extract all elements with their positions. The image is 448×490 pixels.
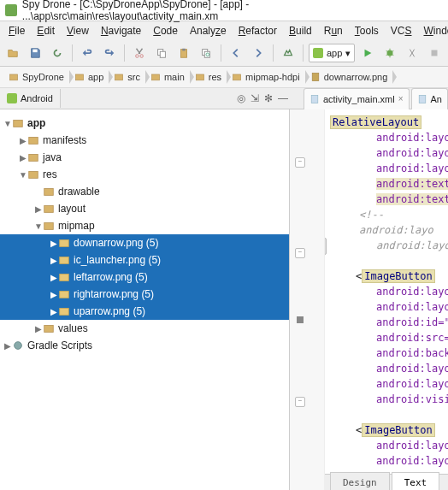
undo-button[interactable] — [78, 44, 97, 62]
splitter-handle[interactable]: ◂ — [325, 238, 327, 255]
svg-rect-16 — [196, 74, 203, 80]
fold-icon[interactable]: − — [295, 248, 305, 258]
menu-navigate[interactable]: Navigate — [96, 23, 146, 38]
tree-node-values[interactable]: ▶values — [0, 320, 289, 337]
gear-icon[interactable]: ✻ — [264, 92, 273, 104]
open-button[interactable] — [3, 44, 22, 62]
editor-tab-activity-main[interactable]: activity_main.xml × — [304, 88, 410, 109]
tree-node-gradle[interactable]: ▶Gradle Scripts — [0, 337, 289, 354]
fold-icon[interactable]: − — [295, 397, 305, 407]
svg-rect-15 — [151, 74, 159, 80]
svg-rect-18 — [312, 74, 319, 81]
tree-node-mipmap[interactable]: ▼mipmap — [0, 217, 289, 234]
close-icon[interactable]: × — [398, 94, 404, 103]
svg-rect-30 — [60, 275, 69, 281]
editor-tab-second[interactable]: An — [411, 88, 448, 109]
tree-node-java[interactable]: ▶java — [0, 149, 289, 166]
svg-rect-11 — [432, 50, 438, 56]
crumb-main[interactable]: main — [145, 68, 190, 86]
svg-rect-0 — [32, 50, 37, 53]
crumb-res[interactable]: res — [190, 68, 227, 86]
sync-button[interactable] — [48, 44, 67, 62]
redo-button[interactable] — [100, 44, 119, 62]
tree-node-iclauncher[interactable]: ▶ic_launcher.png (5) — [0, 251, 289, 269]
fold-icon[interactable]: − — [295, 157, 305, 168]
forward-button[interactable] — [249, 44, 268, 62]
app-icon — [5, 4, 17, 16]
crumb-app[interactable]: app — [69, 68, 109, 86]
crumb-src[interactable]: src — [109, 68, 145, 86]
crumb-mipmap[interactable]: mipmap-hdpi — [227, 68, 305, 86]
paste-button[interactable] — [174, 44, 193, 62]
crumb-file[interactable]: downarrow.png — [305, 68, 393, 86]
cut-button[interactable] — [130, 44, 149, 62]
svg-rect-19 — [311, 95, 318, 103]
menu-bar: File Edit View Navigate Code Analyze Ref… — [0, 21, 448, 40]
run-config-combo[interactable]: app ▾ — [309, 44, 355, 62]
make-button[interactable] — [279, 44, 298, 62]
menu-edit[interactable]: Edit — [32, 23, 60, 38]
svg-rect-17 — [233, 74, 241, 80]
svg-rect-20 — [419, 95, 426, 103]
tree-node-res[interactable]: ▼res — [0, 166, 289, 183]
hide-icon[interactable]: — — [278, 92, 288, 104]
svg-rect-23 — [29, 155, 38, 162]
back-button[interactable] — [227, 44, 245, 62]
project-view-label: Android — [21, 93, 53, 103]
tree-node-leftarrow[interactable]: ▶leftarrow.png (5) — [0, 269, 289, 286]
menu-run[interactable]: Run — [319, 23, 348, 38]
svg-point-2 — [140, 55, 144, 58]
tree-node-uparrow[interactable]: ▶uparrow.png (5) — [0, 303, 289, 320]
breakpoint-icon[interactable] — [297, 316, 304, 323]
text-tab[interactable]: Text — [392, 472, 440, 490]
project-tree[interactable]: ▼app ▶manifests ▶java ▼res drawable ▶lay… — [0, 109, 290, 490]
android-icon — [7, 93, 17, 103]
editor-gutter: − − − — [290, 109, 325, 490]
tool-tabbar: Android ◎ ⇲ ✻ — activity_main.xml × An — [0, 88, 448, 109]
svg-rect-4 — [160, 51, 165, 57]
menu-refactor[interactable]: Refactor — [233, 23, 282, 38]
find-button[interactable] — [197, 44, 215, 62]
attach-button[interactable] — [403, 44, 421, 62]
code-editor[interactable]: ◂ RelativeLayout android:layo android:la… — [325, 109, 448, 490]
svg-rect-24 — [29, 172, 38, 179]
tree-node-app[interactable]: ▼app — [0, 115, 289, 132]
menu-analyze[interactable]: Analyze — [185, 23, 232, 38]
collapse-icon[interactable]: ⇲ — [251, 92, 259, 104]
menu-file[interactable]: File — [3, 23, 30, 38]
main-toolbar: app ▾ — [0, 40, 448, 67]
save-button[interactable] — [26, 44, 44, 62]
target-icon[interactable]: ◎ — [237, 92, 245, 104]
svg-rect-33 — [44, 326, 54, 333]
tree-node-rightarrow[interactable]: ▶rightarrow.png (5) — [0, 286, 289, 303]
design-tab[interactable]: Design — [330, 472, 390, 490]
svg-rect-26 — [44, 206, 54, 213]
svg-rect-21 — [14, 121, 23, 127]
debug-button[interactable] — [380, 44, 399, 62]
svg-rect-12 — [10, 74, 18, 80]
run-button[interactable] — [358, 44, 377, 62]
menu-vcs[interactable]: VCS — [386, 23, 417, 38]
tree-node-drawable[interactable]: drawable — [0, 183, 289, 200]
tree-node-downarrow[interactable]: ▶downarrow.png (5) — [0, 234, 289, 251]
stop-button[interactable] — [425, 44, 444, 62]
menu-tools[interactable]: Tools — [350, 23, 384, 38]
svg-point-34 — [15, 342, 22, 350]
crumb-project[interactable]: SpyDrone — [3, 68, 69, 86]
menu-build[interactable]: Build — [284, 23, 317, 38]
editor-tab-label: An — [431, 94, 442, 104]
svg-rect-31 — [60, 292, 69, 298]
svg-rect-32 — [60, 309, 69, 316]
svg-rect-22 — [29, 138, 38, 145]
copy-button[interactable] — [152, 44, 171, 62]
tree-node-manifests[interactable]: ▶manifests — [0, 132, 289, 149]
menu-code[interactable]: Code — [148, 23, 183, 38]
android-icon — [313, 48, 323, 58]
svg-rect-29 — [60, 257, 69, 264]
svg-rect-14 — [115, 74, 123, 80]
tree-node-layout[interactable]: ▶layout — [0, 200, 289, 217]
menu-window[interactable]: Window — [418, 23, 448, 38]
project-view-tab[interactable]: Android — [0, 89, 61, 108]
menu-view[interactable]: View — [62, 23, 94, 38]
svg-point-1 — [136, 55, 139, 58]
